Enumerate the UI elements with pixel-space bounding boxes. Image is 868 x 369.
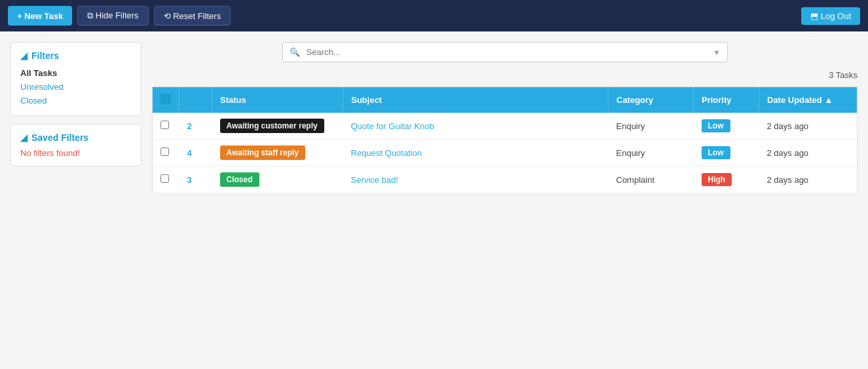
priority-badge: Low	[702, 119, 730, 132]
row-id[interactable]: 4	[179, 140, 212, 166]
col-subject[interactable]: Subject	[343, 87, 609, 113]
row-category: Enquiry	[609, 113, 694, 140]
status-badge: Awaiting customer reply	[220, 119, 324, 133]
row-subject[interactable]: Request Quotation	[343, 140, 609, 166]
filters-panel: ◢ Filters All Tasks Unresolved Closed	[10, 42, 142, 116]
row-checkbox[interactable]	[160, 121, 169, 129]
row-priority: Low	[694, 140, 759, 166]
row-status: Closed	[212, 166, 343, 193]
status-badge: Closed	[220, 172, 259, 187]
search-wrapper: 🔍 ▼	[282, 42, 728, 62]
row-date-updated: 2 days ago	[759, 140, 858, 166]
row-subject[interactable]: Service bad!	[343, 166, 609, 193]
sidebar: ◢ Filters All Tasks Unresolved Closed ◢ …	[10, 42, 142, 359]
row-date-updated: 2 days ago	[759, 166, 858, 193]
row-priority: High	[694, 166, 759, 193]
task-table: ID Status Subject Category Priority Date…	[152, 87, 858, 193]
table-header-row: ID Status Subject Category Priority Date…	[153, 87, 858, 113]
col-category[interactable]: Category	[609, 87, 694, 113]
filters-title: ◢ Filters	[20, 50, 132, 61]
closed-link[interactable]: Closed	[20, 94, 132, 107]
row-priority: Low	[694, 113, 759, 140]
no-filters-label: No filters found!	[20, 146, 80, 160]
unresolved-link[interactable]: Unresolved	[20, 80, 132, 94]
table-row: 4Awaiting staff replyRequest QuotationEn…	[153, 140, 858, 166]
hide-filters-button[interactable]: ⧉ Hide Filters	[77, 6, 148, 26]
row-status: Awaiting customer reply	[212, 113, 343, 140]
row-id[interactable]: 3	[179, 166, 212, 193]
saved-filters-panel: ◢ Saved Filters No filters found!	[10, 124, 142, 166]
task-count: 3 Tasks	[152, 70, 858, 80]
filter-icon: ◢	[20, 50, 28, 61]
row-status: Awaiting staff reply	[212, 140, 343, 166]
logout-button[interactable]: ⬒ Log Out	[801, 7, 860, 25]
saved-filters-title: ◢ Saved Filters	[20, 132, 132, 143]
search-container: 🔍 ▼	[152, 42, 858, 62]
table-row: 3ClosedService bad!ComplaintHigh2 days a…	[153, 166, 858, 193]
row-category: Enquiry	[609, 140, 694, 166]
top-navigation: + New Task ⧉ Hide Filters ⟲ Reset Filter…	[0, 0, 868, 31]
row-subject[interactable]: Quote for Guitar Knob	[343, 113, 609, 140]
col-date-updated[interactable]: Date Updated ▲	[759, 87, 858, 113]
saved-filter-icon: ◢	[20, 132, 28, 143]
search-dropdown-icon[interactable]: ▼	[713, 49, 721, 56]
table-row: 2Awaiting customer replyQuote for Guitar…	[153, 113, 858, 140]
select-all-header[interactable]	[153, 87, 179, 113]
col-id[interactable]: ID	[179, 87, 212, 113]
row-id[interactable]: 2	[179, 113, 212, 140]
row-category: Complaint	[609, 166, 694, 193]
row-checkbox[interactable]	[160, 174, 169, 183]
row-date-updated: 2 days ago	[759, 113, 858, 140]
new-task-button[interactable]: + New Task	[8, 6, 72, 26]
topnav-left: + New Task ⧉ Hide Filters ⟲ Reset Filter…	[8, 6, 231, 26]
priority-badge: High	[702, 173, 732, 186]
status-badge: Awaiting staff reply	[220, 146, 305, 160]
select-all-checkbox[interactable]	[160, 94, 171, 104]
row-checkbox[interactable]	[160, 147, 169, 156]
col-priority[interactable]: Priority	[694, 87, 759, 113]
reset-filters-button[interactable]: ⟲ Reset Filters	[154, 6, 231, 26]
col-status[interactable]: Status	[212, 87, 343, 113]
priority-badge: Low	[702, 146, 730, 159]
search-icon: 🔍	[290, 47, 300, 57]
main-layout: ◢ Filters All Tasks Unresolved Closed ◢ …	[0, 31, 868, 369]
all-tasks-link[interactable]: All Tasks	[20, 66, 132, 80]
content-area: 🔍 ▼ 3 Tasks ID Status Subject Category P…	[152, 42, 858, 359]
search-input[interactable]	[304, 43, 713, 62]
